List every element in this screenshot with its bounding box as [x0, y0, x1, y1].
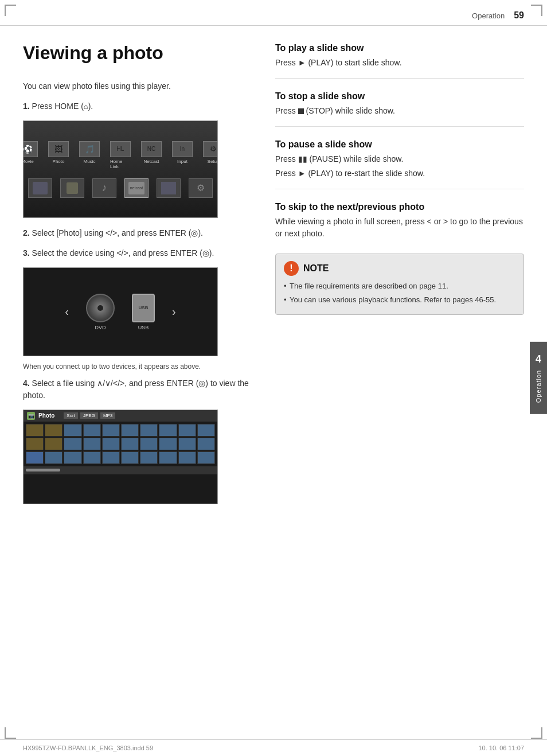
mp3-label: MP3: [100, 412, 115, 419]
photo-file-15: [178, 438, 196, 450]
divider-1: [275, 78, 524, 79]
section-text-pause-2: Press ► (PLAY) to re-start the slide sho…: [275, 167, 524, 180]
photo-file-10: [83, 438, 101, 450]
menu-item-music: 🎵 Music: [79, 141, 100, 169]
photo-file-6: [159, 424, 177, 437]
step-4-number: 4.: [23, 379, 30, 388]
photo-file-18: [45, 451, 62, 464]
home-menu: ⚽ Movie 🖼 Photo 🎵 Music HL Home Link: [24, 121, 217, 217]
left-column: Viewing a photo You can view photo files…: [23, 43, 252, 510]
device-screenshot: ‹ DVD USB USB ›: [23, 267, 218, 356]
step-1-number: 1.: [23, 102, 30, 111]
setup-icon: ⚙: [203, 141, 218, 157]
step-3-text: Select the device using </>, and press E…: [32, 248, 214, 258]
corner-mark-tr: [531, 5, 542, 16]
main-content: Viewing a photo You can view photo files…: [0, 26, 547, 521]
photo-file-17: [26, 451, 44, 464]
icon-cell-5: [157, 178, 181, 198]
corner-mark-br: [531, 727, 542, 739]
section-text-pause-1: Press ▮▮ (PAUSE) while slide show.: [275, 153, 524, 165]
movie-icon: ⚽: [23, 141, 38, 157]
step-2: 2. Select [Photo] using </>, and press E…: [23, 227, 252, 239]
footer-left: HX995TZW-FD.BPANLLK_ENG_3803.indd 59: [23, 745, 153, 751]
step-4-text: Select a file using ∧/∨/</>, and press E…: [23, 379, 249, 400]
photo-file-7: [178, 424, 196, 437]
photo-label: Photo: [53, 159, 65, 164]
input-label: Input: [177, 159, 187, 164]
page-footer: HX995TZW-FD.BPANLLK_ENG_3803.indd 59 10.…: [0, 739, 547, 756]
corner-mark-tl: [5, 5, 16, 16]
right-arrow-icon: ›: [172, 305, 176, 318]
dvd-device: DVD: [86, 294, 115, 330]
section-title-stop: To stop a slide show: [275, 91, 524, 102]
photo-file-5: [140, 424, 158, 437]
note-title: NOTE: [303, 263, 329, 274]
photo-file-20: [83, 451, 101, 464]
page-number: 59: [514, 10, 524, 21]
section-text-skip: While viewing a photo in full screen, pr…: [275, 216, 524, 240]
photo-file-11: [102, 438, 120, 450]
usb-icon: USB: [132, 294, 155, 322]
photo-file-2: [83, 424, 101, 437]
left-arrow-icon: ‹: [65, 305, 69, 318]
dvd-disc-icon: [86, 294, 115, 322]
photo-grid: [24, 422, 217, 466]
netcast-icon: NC: [141, 141, 162, 157]
icon-cell-2: [60, 178, 84, 198]
folder-3: [26, 438, 44, 450]
photo-file-13: [140, 438, 158, 450]
corner-mark-bl: [5, 727, 16, 739]
menu-item-setup: ⚙ Setup: [203, 141, 218, 169]
step-2-text: Select [Photo] using </>, and press ENTE…: [32, 228, 203, 237]
menu-item-photo: 🖼 Photo: [48, 141, 69, 169]
icon-cell-4: netcast: [124, 178, 149, 198]
side-tab: 4 Operation: [530, 342, 547, 414]
photo-file-14: [159, 438, 177, 450]
photo-footer-bar: [24, 466, 217, 474]
photo-header-title: Photo: [38, 412, 54, 419]
note-bullet-1: The file requirements are described on p…: [284, 280, 515, 292]
divider-3: [275, 189, 524, 189]
note-bullet-2: You can use various playback functions. …: [284, 294, 515, 306]
menu-item-input: In Input: [172, 141, 193, 169]
section-text-play: Press ► (PLAY) to start slide show.: [275, 57, 524, 69]
menu-item-netcast: NC Netcast: [141, 141, 162, 169]
menu-item-movie: ⚽ Movie: [23, 141, 38, 169]
photo-file-22: [121, 451, 139, 464]
photo-file-8: [197, 424, 215, 437]
input-icon: In: [172, 141, 193, 157]
section-title-pause: To pause a slide show: [275, 139, 524, 150]
icon-cell-3: ♪: [92, 178, 116, 198]
step-3: 3. Select the device using </>, and pres…: [23, 247, 252, 259]
note-icon: !: [284, 261, 299, 276]
photo-file-3: [102, 424, 120, 437]
step-4: 4. Select a file using ∧/∨/</>, and pres…: [23, 377, 252, 402]
folder-1: [26, 424, 44, 437]
page-header: Operation 59: [0, 0, 547, 26]
photo-file-25: [178, 451, 196, 464]
note-header: ! NOTE: [284, 261, 515, 276]
section-label: Operation: [472, 11, 505, 20]
photo-header: 📷 Photo Sort JPEG MP3: [24, 410, 217, 422]
photo-file-4: [121, 424, 139, 437]
right-column: To play a slide show Press ► (PLAY) to s…: [275, 43, 524, 510]
netcast-label: Netcast: [143, 159, 159, 164]
jpeg-label: JPEG: [80, 412, 98, 419]
section-title-skip: To skip to the next/previous photo: [275, 202, 524, 212]
step-2-number: 2.: [23, 228, 30, 237]
device-caption: When you connect up to two devices, it a…: [23, 362, 252, 372]
home-menu-screenshot: ⚽ Movie 🖼 Photo 🎵 Music HL Home Link: [23, 120, 218, 218]
photo-app-icon: 📷: [27, 412, 35, 420]
home-menu-items: ⚽ Movie 🖼 Photo 🎵 Music HL Home Link: [23, 141, 218, 169]
side-tab-number: 4: [536, 353, 541, 365]
photo-browser-screenshot: 📷 Photo Sort JPEG MP3: [23, 410, 218, 504]
setup-label: Setup: [208, 159, 218, 164]
note-box: ! NOTE The file requirements are describ…: [275, 254, 524, 315]
homelink-label: Home Link: [110, 159, 131, 169]
photo-file-9: [64, 438, 81, 450]
folder-2: [45, 424, 62, 437]
usb-label: USB: [138, 325, 149, 330]
side-tab-label: Operation: [535, 370, 542, 403]
photo-file-21: [102, 451, 120, 464]
photo-file-24: [159, 451, 177, 464]
